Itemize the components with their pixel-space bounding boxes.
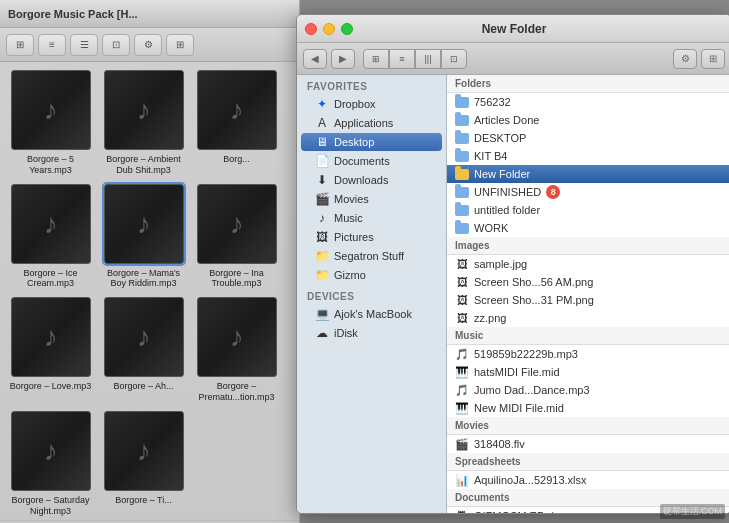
pictures-icon: 🖼 [315,230,329,244]
folder-icon [455,113,469,127]
sidebar-item-movies[interactable]: 🎬 Movies [301,190,442,208]
list-item[interactable]: ♪ Borgore – Love.mp3 [8,297,93,403]
list-item[interactable]: 🎹 hatsMIDI File.mid [447,363,729,381]
close-button[interactable] [305,23,317,35]
list-item[interactable]: Articles Done [447,111,729,129]
item-label: hatsMIDI File.mid [474,366,560,378]
album-art: ♪ [104,70,184,150]
sidebar-item-label: Documents [334,155,390,167]
list-item[interactable]: 756232 [447,93,729,111]
track-label: Borgore – Prematu...tion.mp3 [194,381,279,403]
list-item[interactable]: untitled folder [447,201,729,219]
sidebar-item-label: Gizmo [334,269,366,281]
item-label: New Folder [474,168,530,180]
item-label: UNFINISHED [474,186,541,198]
item-label: Screen Sho...56 AM.png [474,276,593,288]
maximize-button[interactable] [341,23,353,35]
album-art: ♪ [104,297,184,377]
list-item[interactable]: ♪ Borgore – Ice Cream.mp3 [8,184,93,290]
list-item[interactable]: 🎹 New MIDI File.mid [447,399,729,417]
sidebar-item-macbook[interactable]: 💻 Ajok's MacBook [301,305,442,323]
list-item[interactable]: 🖼 zz.png [447,309,729,327]
sidebar-item-music[interactable]: ♪ Music [301,209,442,227]
icon-view-button[interactable]: ⊞ [363,49,389,69]
album-art: ♪ [104,184,184,264]
itunes-view-btn-1[interactable]: ⊞ [6,34,34,56]
itunes-toolbar: ⊞ ≡ ☰ ⊡ ⚙ ⊞ [0,28,299,62]
track-label: Borgore – Ambient Dub Shit.mp3 [101,154,186,176]
list-item[interactable]: 🎬 318408.flv [447,435,729,453]
flow-view-button[interactable]: ⊡ [441,49,467,69]
list-item[interactable]: ♪ Borgore – Ambient Dub Shit.mp3 [101,70,186,176]
list-item[interactable]: ♪ Borg... [194,70,279,176]
forward-button[interactable]: ▶ [331,49,355,69]
music-note-icon: ♪ [137,321,151,353]
list-item[interactable]: ♪ Borgore – Saturday Night.mp3 [8,411,93,517]
list-item[interactable]: WORK [447,219,729,237]
action-button[interactable]: ⚙ [673,49,697,69]
list-item[interactable]: ♪ Borgore – Mama's Boy Riddim.mp3 [101,184,186,290]
list-item[interactable]: 🖼 sample.jpg [447,255,729,273]
list-item[interactable]: ♪ Borgore – Ah... [101,297,186,403]
itunes-view-btn-4[interactable]: ⊡ [102,34,130,56]
list-item[interactable]: ♪ Borgore – 5 Years.mp3 [8,70,93,176]
list-item[interactable]: 🖼 Screen Sho...31 PM.png [447,291,729,309]
new-folder-item[interactable]: New Folder 🎵 Borgore – Love.mp3 🎵 Borgor… [447,165,729,183]
sidebar-item-downloads[interactable]: ⬇ Downloads [301,171,442,189]
list-item[interactable]: ♪ Borgore – Ti... [101,411,186,517]
sidebar-item-dropbox[interactable]: ✦ Dropbox [301,95,442,113]
track-label: Borgore – Ah... [113,381,173,392]
column-view-button[interactable]: ||| [415,49,441,69]
itunes-view-btn-2[interactable]: ≡ [38,34,66,56]
list-item[interactable]: 🎵 519859b22229b.mp3 [447,345,729,363]
music-note-icon: ♪ [44,94,58,126]
item-label: KIT B4 [474,150,507,162]
music-note-icon: ♪ [137,208,151,240]
item-label: DESKTOP [474,132,526,144]
zip-file-icon: 🗜 [455,509,469,514]
minimize-button[interactable] [323,23,335,35]
applications-icon: A [315,116,329,130]
list-item[interactable]: 📊 AquilinoJa...52913.xlsx [447,471,729,489]
item-label: 519859b22229b.mp3 [474,348,578,360]
sidebar-item-label: Music [334,212,363,224]
album-art: ♪ [197,70,277,150]
sidebar-item-desktop[interactable]: 🖥 Desktop [301,133,442,151]
sidebar-item-documents[interactable]: 📄 Documents [301,152,442,170]
folder-icon [455,95,469,109]
sidebar-item-pictures[interactable]: 🖼 Pictures [301,228,442,246]
sidebar-item-applications[interactable]: A Applications [301,114,442,132]
sidebar-item-segatron[interactable]: 📁 Segatron Stuff [301,247,442,265]
item-label: AquilinoJa...52913.xlsx [474,474,587,486]
arrange-button[interactable]: ⊞ [701,49,725,69]
itunes-action-btn[interactable]: ⚙ [134,34,162,56]
list-item[interactable]: ♪ Borgore – Prematu...tion.mp3 [194,297,279,403]
finder-window: New Folder ◀ ▶ ⊞ ≡ ||| ⊡ ⚙ ⊞ FAVORITES ✦… [296,14,729,514]
item-label: 756232 [474,96,511,108]
itunes-view-btn-3[interactable]: ☰ [70,34,98,56]
desktop-icon: 🖥 [315,135,329,149]
itunes-grid: ♪ Borgore – 5 Years.mp3 ♪ Borgore – Ambi… [0,62,299,411]
image-file-icon: 🖼 [455,311,469,325]
list-item[interactable]: KIT B4 [447,147,729,165]
list-view-button[interactable]: ≡ [389,49,415,69]
list-item[interactable]: ♪ Borgore – Ina Trouble.mp3 [194,184,279,290]
list-item[interactable]: UNFINISHED 8 [447,183,729,201]
list-item[interactable]: 🎵 Jumo Dad...Dance.mp3 [447,381,729,399]
audio-file-icon: 🎵 [455,347,469,361]
track-label: Borgore – 5 Years.mp3 [8,154,93,176]
itunes-grid-btn[interactable]: ⊞ [166,34,194,56]
back-button[interactable]: ◀ [303,49,327,69]
movies-header: Movies [447,417,729,435]
idisk-icon: ☁ [315,326,329,340]
sidebar-item-gizmo[interactable]: 📁 Gizmo [301,266,442,284]
list-item[interactable]: DESKTOP [447,129,729,147]
list-item[interactable]: 🖼 Screen Sho...56 AM.png [447,273,729,291]
sidebar-item-label: Applications [334,117,393,129]
finder-sidebar: FAVORITES ✦ Dropbox A Applications 🖥 Des… [297,75,447,514]
view-buttons: ⊞ ≡ ||| ⊡ [363,49,467,69]
item-label: sample.jpg [474,258,527,270]
sidebar-item-idisk[interactable]: ☁ iDisk [301,324,442,342]
music-note-icon: ♪ [44,321,58,353]
laptop-icon: 💻 [315,307,329,321]
